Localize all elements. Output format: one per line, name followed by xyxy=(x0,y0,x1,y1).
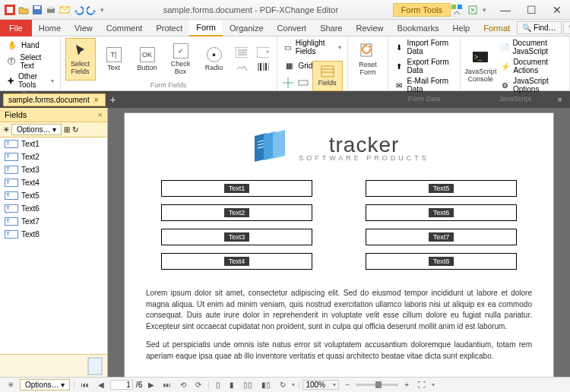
rotate-cw-icon[interactable]: ↻ xyxy=(277,380,289,390)
fields-panel-close-icon[interactable]: × xyxy=(98,110,103,119)
listbox-icon[interactable] xyxy=(236,46,248,58)
save-icon[interactable] xyxy=(32,5,43,15)
hand-tool[interactable]: ✋Hand xyxy=(5,38,55,52)
tab-comment[interactable]: Comment xyxy=(100,21,150,36)
radio-field-button[interactable]: ● Radio xyxy=(199,38,230,81)
tab-format[interactable]: Format xyxy=(477,21,517,36)
import-form-data[interactable]: ⬇Import Form Data xyxy=(393,38,455,56)
barcode-icon[interactable] xyxy=(257,61,269,73)
rulers-icon[interactable] xyxy=(297,77,309,89)
layout-facing-icon[interactable]: ▯▯ xyxy=(240,380,255,390)
ui-options-icon[interactable] xyxy=(451,4,463,16)
form-field[interactable]: Text6 xyxy=(366,204,517,221)
select-fields-button[interactable]: Select Fields xyxy=(65,38,96,81)
fields-options-button[interactable]: Options… ▾ xyxy=(11,124,62,135)
close-doc-icon[interactable]: × xyxy=(94,96,99,104)
javascript-options[interactable]: ⚙JavaScript Options xyxy=(499,76,565,94)
guides-icon[interactable] xyxy=(282,77,294,89)
fields-settings-icon[interactable]: ✳ xyxy=(3,125,9,134)
other-tools[interactable]: ✚Other Tools ▾ xyxy=(5,71,55,90)
print-icon[interactable] xyxy=(46,5,56,15)
field-item[interactable]: Text6 xyxy=(0,202,107,215)
redo-icon[interactable] xyxy=(87,5,97,15)
checkbox-field-button[interactable]: ✓ Check Box xyxy=(166,38,196,81)
mail-icon[interactable] xyxy=(59,5,70,15)
fields-refresh-icon[interactable]: ↻ xyxy=(72,125,78,134)
tab-bookmarks[interactable]: Bookmarks xyxy=(391,21,446,36)
field-item[interactable]: Text1 xyxy=(0,138,107,150)
tab-view[interactable]: View xyxy=(68,21,100,36)
form-field[interactable]: Text2 xyxy=(161,204,312,221)
text-field-button[interactable]: T| Text xyxy=(99,38,129,81)
tab-help[interactable]: Help xyxy=(446,21,477,36)
add-tab-button[interactable]: + xyxy=(106,93,121,106)
highlight-fields-button[interactable]: ▭Highlight Fields ▾ xyxy=(282,38,343,56)
form-field[interactable]: Text7 xyxy=(366,229,517,245)
open-icon[interactable] xyxy=(18,5,29,15)
select-text-tool[interactable]: ⓉSelect Text xyxy=(5,52,55,71)
undo-icon[interactable] xyxy=(73,5,84,15)
button-field-button[interactable]: OK Button xyxy=(132,38,163,81)
js-console-button[interactable]: >_ JavaScript Console xyxy=(465,38,496,94)
field-item[interactable]: Text7 xyxy=(0,215,107,228)
export-form-data[interactable]: ⬆Export Form Data xyxy=(393,57,455,75)
field-item[interactable]: Text5 xyxy=(0,189,107,202)
next-page-button[interactable]: ▶ xyxy=(145,380,157,390)
expand-icon[interactable] xyxy=(467,5,478,15)
help-dropdown-icon[interactable]: ▾ xyxy=(483,6,486,14)
page-number-input[interactable] xyxy=(110,380,133,390)
document-tab[interactable]: sample.forms.document × xyxy=(3,93,106,106)
signature-icon[interactable] xyxy=(236,61,248,73)
tab-protect[interactable]: Protect xyxy=(149,21,189,36)
zoom-value[interactable]: 100%▾ xyxy=(302,380,339,390)
close-button[interactable]: ✕ xyxy=(544,4,570,16)
form-field[interactable]: Text4 xyxy=(161,253,312,270)
zoom-out-button[interactable]: − xyxy=(342,380,353,390)
reset-form-button[interactable]: Reset Form xyxy=(353,38,383,81)
fit-page-icon[interactable]: ⛶ xyxy=(415,380,429,390)
sb-options-button[interactable]: Options… ▾ xyxy=(20,379,70,390)
form-field[interactable]: Text8 xyxy=(366,253,517,270)
tab-organize[interactable]: Organize xyxy=(223,21,271,36)
fields-expand-icon[interactable]: ⊞ xyxy=(64,125,70,134)
find-button[interactable]: 🔍Find… xyxy=(517,21,561,34)
prev-view-button[interactable]: ⟲ xyxy=(177,380,189,390)
field-item[interactable]: Text2 xyxy=(0,150,107,163)
field-item[interactable]: Text3 xyxy=(0,163,107,176)
maximize-button[interactable]: ☐ xyxy=(518,4,544,16)
prev-page-button[interactable]: ◀ xyxy=(95,380,107,390)
field-item[interactable]: Text4 xyxy=(0,176,107,189)
file-tab[interactable]: File xyxy=(0,20,32,36)
field-item[interactable]: Text8 xyxy=(0,228,107,241)
next-view-button[interactable]: ⟳ xyxy=(192,380,204,390)
zoom-slider[interactable] xyxy=(356,384,398,386)
form-field[interactable]: Text5 xyxy=(366,180,517,197)
sb-settings-icon[interactable]: ✳ xyxy=(5,380,17,390)
form-field[interactable]: Text1 xyxy=(161,180,312,197)
email-form-data[interactable]: ✉E-Mail Form Data xyxy=(393,76,455,94)
tab-form[interactable]: Form xyxy=(189,20,223,36)
fields-list: Text1 Text2 Text3 Text4 Text5 Text6 Text… xyxy=(0,138,107,354)
tab-review[interactable]: Review xyxy=(349,21,390,36)
form-field[interactable]: Text3 xyxy=(161,229,312,245)
last-page-button[interactable]: ⏭ xyxy=(160,380,174,390)
tab-share[interactable]: Share xyxy=(313,21,349,36)
tab-convert[interactable]: Convert xyxy=(271,21,314,36)
document-actions[interactable]: ⚡Document Actions xyxy=(499,57,565,75)
first-page-button[interactable]: ⏮ xyxy=(78,380,92,390)
close-all-tabs[interactable]: × xyxy=(553,95,567,104)
layout-single-icon[interactable]: ▯ xyxy=(213,380,223,390)
fields-pane-button[interactable]: Fields xyxy=(312,61,343,91)
tab-home[interactable]: Home xyxy=(32,21,68,36)
document-javascript[interactable]: 📄Document JavaScript xyxy=(499,38,565,56)
search-button[interactable]: 🔍Search… xyxy=(563,21,570,34)
minimize-button[interactable]: — xyxy=(492,4,518,16)
page-thumb-icon[interactable] xyxy=(87,357,103,375)
layout-continuous-icon[interactable]: ▮ xyxy=(226,380,237,390)
text-field-icon xyxy=(5,179,18,187)
qat-dropdown-icon[interactable]: ▾ xyxy=(100,6,104,14)
layout-cover-icon[interactable]: ▮▯ xyxy=(258,380,274,390)
page-total: /6 xyxy=(136,381,142,389)
dropdown-icon[interactable] xyxy=(257,46,269,58)
zoom-in-button[interactable]: + xyxy=(401,380,412,390)
